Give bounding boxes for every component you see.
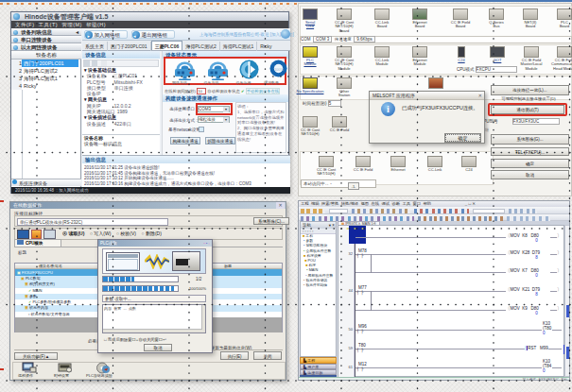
svg-text:100%: 100% — [274, 67, 285, 72]
